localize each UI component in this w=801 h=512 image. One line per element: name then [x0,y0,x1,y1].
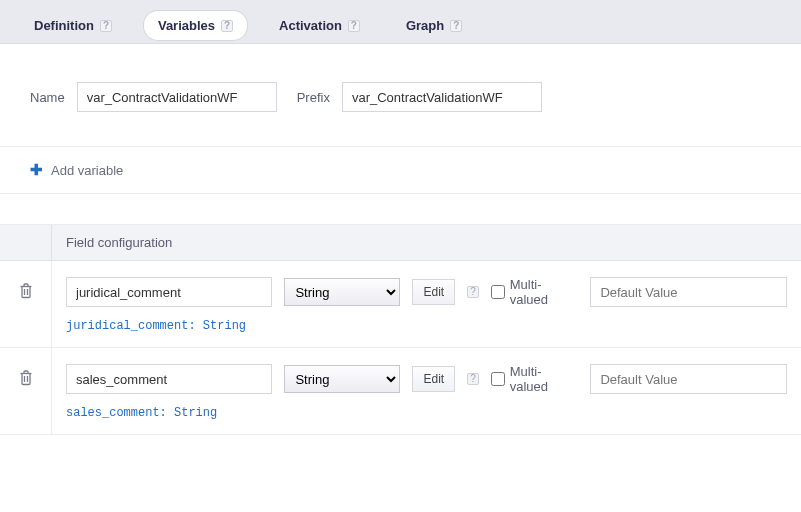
variable-type-description: juridical_comment: String [66,319,787,333]
variable-name-input[interactable] [66,364,272,394]
variable-controls: String Edit ? Multi-valued [66,364,787,394]
edit-button[interactable]: Edit [412,366,455,392]
help-icon[interactable]: ? [348,20,360,32]
variable-type-description: sales_comment: String [66,406,787,420]
variable-row: String Edit ? Multi-valued juridical_com… [0,261,801,348]
variable-body: String Edit ? Multi-valued juridical_com… [52,261,801,347]
variable-name-input[interactable] [66,277,272,307]
multi-valued-checkbox[interactable] [491,285,505,299]
name-label: Name [30,90,65,105]
variable-controls: String Edit ? Multi-valued [66,277,787,307]
help-icon[interactable]: ? [467,286,479,298]
tabs-bar: Definition ? Variables ? Activation ? Gr… [0,0,801,44]
default-value-input[interactable] [590,277,787,307]
tab-graph-label: Graph [406,18,444,33]
name-prefix-row: Name Prefix [0,44,801,146]
field-config-section: Field configuration String [0,224,801,435]
content-area: Name Prefix ✚ Add variable Field configu… [0,44,801,435]
tab-definition[interactable]: Definition ? [20,11,126,40]
default-value-input[interactable] [590,364,787,394]
delete-column [0,261,52,347]
tab-definition-label: Definition [34,18,94,33]
field-config-header: Field configuration [0,225,801,261]
trash-icon[interactable] [19,283,33,299]
help-icon[interactable]: ? [221,20,233,32]
tab-variables[interactable]: Variables ? [144,11,247,40]
prefix-input[interactable] [342,82,542,112]
header-spacer [0,225,52,260]
add-variable-label: Add variable [51,163,123,178]
add-variable-button[interactable]: ✚ Add variable [0,146,801,194]
prefix-label: Prefix [297,90,330,105]
help-icon[interactable]: ? [450,20,462,32]
help-icon[interactable]: ? [100,20,112,32]
multi-valued-control: Multi-valued [491,364,578,394]
multi-valued-control: Multi-valued [491,277,578,307]
type-select[interactable]: String [284,365,400,393]
multi-valued-checkbox[interactable] [491,372,505,386]
multi-valued-label: Multi-valued [510,277,579,307]
name-input[interactable] [77,82,277,112]
type-select[interactable]: String [284,278,400,306]
tab-activation-label: Activation [279,18,342,33]
tab-variables-label: Variables [158,18,215,33]
trash-icon[interactable] [19,370,33,386]
variable-row: String Edit ? Multi-valued sales_comment… [0,348,801,435]
plus-icon: ✚ [30,161,43,179]
tab-graph[interactable]: Graph ? [392,11,476,40]
delete-column [0,348,52,434]
multi-valued-label: Multi-valued [510,364,579,394]
help-icon[interactable]: ? [467,373,479,385]
edit-button[interactable]: Edit [412,279,455,305]
variable-body: String Edit ? Multi-valued sales_comment… [52,348,801,434]
tab-activation[interactable]: Activation ? [265,11,374,40]
field-config-title: Field configuration [52,235,172,250]
